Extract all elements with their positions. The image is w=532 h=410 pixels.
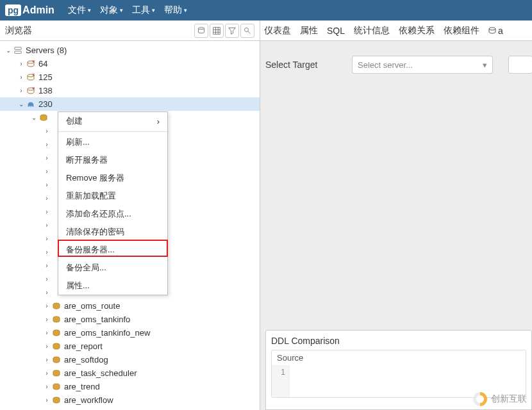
expand-icon[interactable]: ›: [42, 316, 51, 323]
cm-backup-global[interactable]: 备份全局...: [58, 259, 167, 277]
expand-icon[interactable]: ›: [42, 154, 51, 161]
menu-help[interactable]: 帮助▾: [160, 0, 192, 20]
chevron-down-icon: ▾: [184, 7, 187, 13]
tree-database[interactable]: ›are_task_scheduler: [0, 366, 260, 380]
tree-server[interactable]: ›125: [0, 70, 260, 84]
cm-backup-server[interactable]: 备份服务器...: [58, 241, 167, 259]
collapse-icon[interactable]: ⌄: [17, 101, 26, 108]
database-icon: [51, 342, 62, 351]
elephant-icon: [26, 100, 36, 109]
cm-create[interactable]: 创建›: [58, 112, 167, 130]
tree-database[interactable]: ›are_trend: [0, 380, 260, 393]
database-icon: [51, 396, 62, 405]
watermark-icon: [473, 392, 487, 406]
tree-server-selected[interactable]: ⌄230: [0, 97, 260, 111]
svg-rect-1: [213, 27, 220, 34]
expand-icon[interactable]: ›: [17, 74, 26, 81]
cm-properties[interactable]: 属性...: [58, 277, 167, 295]
tab-sql[interactable]: SQL: [327, 26, 345, 36]
svg-point-28: [489, 28, 495, 30]
tab-extra[interactable]: a: [488, 26, 503, 36]
expand-icon[interactable]: ›: [42, 222, 51, 229]
dropdown-placeholder: Select server...: [358, 60, 413, 70]
tab-statistics[interactable]: 统计信息: [354, 25, 390, 37]
tree-servers-group[interactable]: ⌄ Servers (8): [0, 44, 260, 57]
svg-point-6: [245, 28, 249, 31]
ddl-title: DDL Comparison: [271, 336, 526, 346]
expand-icon[interactable]: ›: [42, 302, 51, 309]
expand-icon[interactable]: ›: [42, 168, 51, 175]
tree-server[interactable]: ›138: [0, 84, 260, 97]
menu-tools[interactable]: 工具▾: [128, 0, 160, 20]
tool-search-icon[interactable]: [240, 24, 254, 38]
tool-filter-icon[interactable]: [225, 24, 239, 38]
source-label: Source: [272, 350, 526, 365]
chevron-down-icon: ▾: [88, 7, 91, 13]
database-icon: [51, 315, 62, 324]
svg-point-0: [199, 27, 204, 29]
expand-icon[interactable]: ›: [17, 87, 26, 94]
watermark: 创新互联: [473, 392, 527, 406]
chevron-down-icon: ▾: [483, 60, 487, 70]
select-target-dropdown[interactable]: Select server... ▾: [352, 56, 493, 74]
collapse-icon[interactable]: ⌄: [29, 114, 38, 121]
chevron-down-icon: ▾: [120, 7, 123, 13]
expand-icon[interactable]: ›: [42, 249, 51, 256]
menu-file[interactable]: 文件▾: [63, 0, 96, 20]
server-group-icon: [13, 46, 23, 55]
expand-icon[interactable]: ›: [17, 60, 26, 67]
expand-icon[interactable]: ›: [42, 141, 51, 148]
tree-database[interactable]: ›are_report: [0, 340, 260, 353]
tab-dependencies[interactable]: 依赖关系: [399, 25, 435, 37]
database-icon: [488, 27, 496, 35]
tool-database-icon[interactable]: [194, 24, 208, 38]
expand-icon[interactable]: ›: [42, 289, 51, 296]
tree-database[interactable]: ›are_oms_tankinfo_new: [0, 326, 260, 340]
cm-refresh[interactable]: 刷新...: [58, 133, 167, 151]
expand-icon[interactable]: ›: [42, 343, 51, 350]
separator: [58, 131, 167, 132]
tree-server[interactable]: ›64: [0, 57, 260, 70]
expand-icon[interactable]: ›: [42, 397, 51, 404]
database-icon: [51, 382, 62, 391]
tool-grid-icon[interactable]: [210, 24, 224, 38]
expand-icon[interactable]: ›: [42, 370, 51, 377]
database-icon: [51, 329, 62, 338]
tree-database[interactable]: ›are_oms_route: [0, 299, 260, 313]
expand-icon[interactable]: ›: [42, 356, 51, 363]
cm-reload[interactable]: 重新加载配置: [58, 187, 167, 205]
tab-dependents[interactable]: 依赖组件: [444, 25, 479, 37]
expand-icon[interactable]: ›: [42, 127, 51, 135]
svg-rect-9: [15, 51, 22, 53]
tree-database[interactable]: ›are_oms_tankinfo: [0, 313, 260, 326]
database-icon: [51, 369, 62, 378]
cm-disconnect[interactable]: 断开服务器: [58, 151, 167, 169]
tree-database[interactable]: ›are_workflow: [0, 393, 260, 407]
cm-add-restore-point[interactable]: 添加命名还原点...: [58, 205, 167, 223]
database-icon: [51, 302, 62, 311]
select-target-label: Select Target: [265, 60, 339, 70]
context-menu[interactable]: 创建› 刷新... 断开服务器 Remove 服务器 重新加载配置 添加命名还原…: [58, 111, 168, 295]
expand-icon[interactable]: ›: [42, 383, 51, 390]
tab-properties[interactable]: 属性: [300, 25, 318, 37]
collapse-icon[interactable]: ⌄: [4, 47, 13, 54]
expand-icon[interactable]: ›: [42, 181, 51, 188]
server-disconnected-icon: [26, 60, 36, 69]
expand-icon[interactable]: ›: [42, 262, 51, 269]
source-editor[interactable]: Source 1: [271, 350, 526, 398]
database-group-icon: [38, 113, 49, 122]
expand-icon[interactable]: ›: [42, 235, 51, 242]
svg-rect-8: [15, 47, 22, 49]
tab-dashboard[interactable]: 仪表盘: [264, 25, 291, 37]
cm-remove[interactable]: Remove 服务器: [58, 169, 167, 187]
app-logo: pgAdmin: [5, 4, 54, 16]
expand-icon[interactable]: ›: [42, 208, 51, 215]
menu-object[interactable]: 对象▾: [96, 0, 128, 20]
action-button[interactable]: [508, 56, 532, 74]
expand-icon[interactable]: ›: [42, 275, 51, 283]
expand-icon[interactable]: ›: [42, 195, 51, 202]
cm-clear-password[interactable]: 清除保存的密码: [58, 223, 167, 241]
expand-icon[interactable]: ›: [42, 329, 51, 336]
tree-database[interactable]: ›are_softdog: [0, 353, 260, 366]
chevron-right-icon: ›: [157, 117, 160, 126]
